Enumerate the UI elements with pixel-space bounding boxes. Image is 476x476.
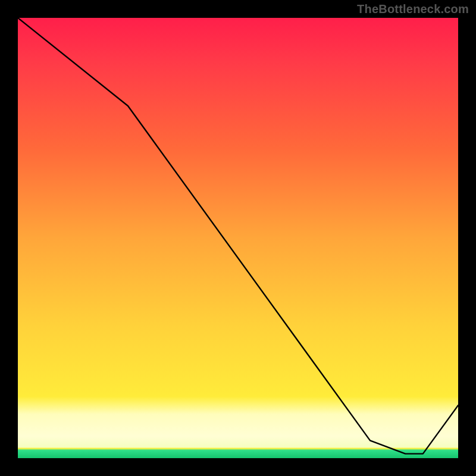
- chart-frame: TheBottleneck.com: [0, 0, 476, 476]
- watermark-text: TheBottleneck.com: [357, 2, 469, 16]
- bottleneck-curve: [18, 18, 458, 454]
- plot-area: [18, 18, 458, 458]
- chart-line-layer: [18, 18, 458, 458]
